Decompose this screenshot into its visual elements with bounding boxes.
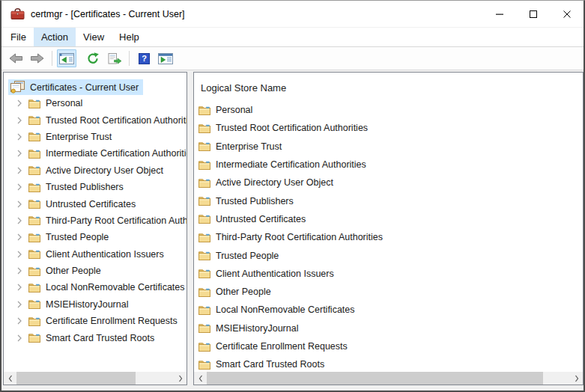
- list-item[interactable]: Local NonRemovable Certificates: [194, 301, 583, 319]
- scroll-right-button[interactable]: [570, 372, 583, 385]
- chevron-right-icon[interactable]: [16, 150, 23, 157]
- folder-icon: [28, 132, 40, 141]
- folder-icon: [28, 99, 40, 108]
- chevron-right-icon[interactable]: [16, 301, 23, 308]
- back-button[interactable]: [6, 49, 25, 67]
- tree-item[interactable]: Trusted Root Certification Authorities: [4, 111, 187, 128]
- menu-help[interactable]: Help: [112, 28, 147, 46]
- folder-icon: [198, 105, 210, 115]
- chevron-right-icon[interactable]: [16, 183, 23, 191]
- console-tree-pane: Certificates - Current User Personal Tru…: [3, 72, 187, 385]
- list-item[interactable]: Intermediate Certification Authorities: [194, 156, 583, 174]
- console-tree: Certificates - Current User Personal Tru…: [4, 73, 187, 346]
- list-item[interactable]: MSIEHistoryJournal: [194, 319, 583, 337]
- refresh-icon: [87, 52, 99, 64]
- tree-root[interactable]: Certificates - Current User: [8, 79, 187, 95]
- tree-item-label: Untrusted Certificates: [46, 199, 136, 209]
- list-item[interactable]: Trusted Publishers: [194, 192, 583, 209]
- scrollbar-thumb[interactable]: [16, 372, 136, 385]
- menu-view[interactable]: View: [76, 28, 112, 46]
- list-item[interactable]: Untrusted Certificates: [194, 210, 583, 228]
- toolbar: [1, 47, 584, 70]
- tree-item[interactable]: Other People: [4, 263, 187, 279]
- chevron-right-icon[interactable]: [16, 167, 23, 174]
- menu-action[interactable]: Action: [34, 28, 76, 46]
- folder-icon: [198, 305, 210, 315]
- tree-item[interactable]: Smart Card Trusted Roots: [4, 329, 187, 346]
- tree-item[interactable]: Enterprise Trust: [4, 129, 187, 145]
- tree-item[interactable]: Client Authentication Issuers: [4, 246, 187, 263]
- chevron-right-icon[interactable]: [16, 217, 23, 224]
- tree-item[interactable]: Active Directory User Object: [4, 162, 187, 179]
- maximize-button[interactable]: [516, 1, 550, 27]
- tree-item[interactable]: Certificate Enrollment Requests: [4, 313, 187, 329]
- list-item[interactable]: Other People: [194, 283, 583, 301]
- store-list-pane: Logical Store Name Personal Trusted Root…: [193, 72, 584, 385]
- list-item[interactable]: Active Directory User Object: [194, 174, 583, 192]
- tree-item[interactable]: Untrusted Certificates: [4, 195, 187, 212]
- list-item-label: Intermediate Certification Authorities: [216, 159, 366, 170]
- menu-file[interactable]: File: [3, 28, 34, 46]
- list-item[interactable]: Trusted Root Certification Authorities: [194, 119, 583, 137]
- list-item[interactable]: Trusted People: [194, 246, 583, 264]
- tree-item[interactable]: Trusted Publishers: [4, 179, 187, 195]
- console-tree-icon: [59, 53, 74, 64]
- refresh-button[interactable]: [83, 49, 103, 67]
- tree-item[interactable]: Third-Party Root Certification Authoriti…: [4, 212, 187, 229]
- chevron-right-icon[interactable]: [16, 284, 23, 291]
- folder-icon: [198, 323, 210, 333]
- export-list-button[interactable]: [105, 49, 124, 67]
- list-item-label: Untrusted Certificates: [216, 214, 306, 224]
- list-item[interactable]: Smart Card Trusted Roots: [194, 355, 583, 373]
- tree-root-selection[interactable]: Certificates - Current User: [8, 79, 143, 95]
- folder-icon: [28, 115, 40, 125]
- list-item[interactable]: Enterprise Trust: [194, 138, 583, 156]
- tree-item-label: Other People: [46, 266, 101, 276]
- tree-item[interactable]: Personal: [4, 95, 187, 111]
- folder-icon: [198, 123, 210, 133]
- folder-icon: [28, 215, 40, 225]
- toolbar-separator: [52, 51, 52, 66]
- list-item-label: Active Directory User Object: [216, 177, 333, 188]
- scrollbar-thumb[interactable]: [207, 372, 543, 385]
- export-list-icon: [108, 53, 122, 64]
- chevron-right-icon[interactable]: [16, 267, 23, 275]
- list-item[interactable]: Personal: [194, 101, 583, 119]
- show-hide-action-pane-button[interactable]: [156, 49, 175, 67]
- tree-item[interactable]: Local NonRemovable Certificates: [4, 279, 187, 295]
- help-button[interactable]: [134, 49, 154, 67]
- chevron-right-icon[interactable]: [16, 133, 23, 141]
- scroll-left-button[interactable]: [4, 372, 16, 385]
- list-horizontal-scrollbar[interactable]: [194, 372, 583, 385]
- list-item-label: Trusted People: [216, 251, 279, 261]
- chevron-right-icon[interactable]: [16, 200, 23, 208]
- chevron-right-icon[interactable]: [16, 251, 23, 258]
- scroll-left-button[interactable]: [194, 372, 207, 385]
- list-item[interactable]: Third-Party Root Certification Authoriti…: [194, 228, 583, 246]
- tree-item-label: MSIEHistoryJournal: [46, 299, 128, 310]
- tree-item-label: Intermediate Certification Authorities: [46, 148, 187, 159]
- tree-horizontal-scrollbar[interactable]: [4, 372, 187, 385]
- chevron-right-icon[interactable]: [16, 117, 23, 124]
- chevron-right-icon[interactable]: [16, 317, 23, 325]
- scroll-right-button[interactable]: [174, 372, 187, 385]
- list-item[interactable]: Client Authentication Issuers: [194, 265, 583, 283]
- list-item-label: Third-Party Root Certification Authoriti…: [216, 232, 383, 242]
- tree-item-label: Trusted Root Certification Authorities: [46, 115, 187, 126]
- tree-item[interactable]: MSIEHistoryJournal: [4, 296, 187, 313]
- minimize-button[interactable]: [482, 1, 516, 27]
- chevron-right-icon[interactable]: [16, 99, 23, 107]
- main-area: Certificates - Current User Personal Tru…: [1, 70, 584, 391]
- chevron-right-icon[interactable]: [16, 233, 23, 241]
- close-button[interactable]: [550, 1, 584, 27]
- chevron-right-icon[interactable]: [16, 334, 23, 342]
- list-item-label: Smart Card Trusted Roots: [216, 359, 324, 370]
- tree-item[interactable]: Intermediate Certification Authorities: [4, 145, 187, 162]
- column-header-logical-store-name[interactable]: Logical Store Name: [194, 73, 583, 101]
- folder-icon: [198, 214, 210, 224]
- list-item[interactable]: Certificate Enrollment Requests: [194, 337, 583, 355]
- show-hide-console-tree-button[interactable]: [57, 49, 76, 67]
- folder-icon: [28, 165, 40, 175]
- forward-button[interactable]: [28, 49, 47, 67]
- tree-item[interactable]: Trusted People: [4, 229, 187, 245]
